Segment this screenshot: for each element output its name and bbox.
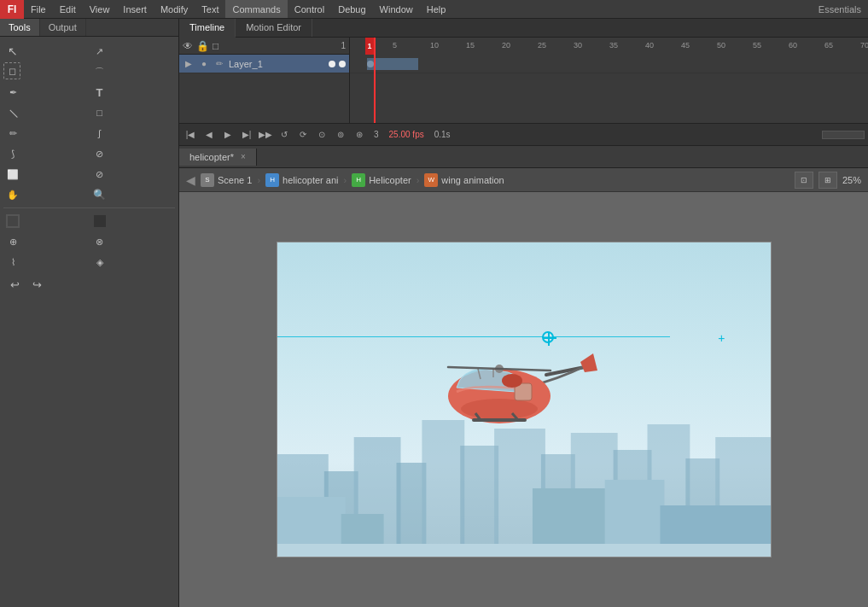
menu-window[interactable]: Window (373, 0, 420, 18)
timeline-layers: ▶ ● ✏ Layer_1 (179, 55, 868, 123)
app-logo: Fl (0, 0, 24, 19)
pencil-tool[interactable]: ✏ (3, 124, 22, 143)
helicopter-svg (414, 336, 602, 439)
canvas-area[interactable]: + (179, 192, 868, 607)
dist-tool[interactable]: ⊗ (90, 232, 109, 251)
onion-btn[interactable]: ⊙ (314, 127, 329, 143)
line-tool[interactable]: | (0, 99, 26, 125)
prev-keyframe[interactable]: ↩ (5, 275, 24, 294)
menu-view[interactable]: View (83, 0, 117, 18)
stage-header: helicopter* × (179, 146, 868, 168)
menu-help[interactable]: Help (420, 0, 453, 18)
brush-tool[interactable]: ∫ (90, 124, 109, 143)
tab-motion-editor[interactable]: Motion Editor (236, 19, 312, 37)
tab-tools[interactable]: Tools (0, 19, 40, 36)
next-keyframe[interactable]: ↪ (27, 275, 46, 294)
zoom-tool[interactable]: 🔍 (90, 185, 109, 204)
tab-output[interactable]: Output (40, 19, 86, 36)
right-content: Timeline Motion Editor 👁 🔒 □ 1 (179, 19, 868, 607)
breadcrumb-helicopter[interactable]: H Helicopter (352, 173, 411, 187)
eraser-tool[interactable]: ⬜ (3, 165, 22, 184)
motion-path (277, 336, 670, 337)
menu-text[interactable]: Text (195, 0, 225, 18)
hand-tool[interactable]: ✋ (3, 185, 22, 204)
heliani-icon: H (265, 173, 279, 187)
next-frame-btn[interactable]: ▶| (239, 127, 254, 143)
onion-outline-btn[interactable]: ⊛ (352, 127, 367, 143)
fill-swatch[interactable] (90, 212, 109, 231)
breadcrumb-wing[interactable]: W wing animation (424, 173, 504, 187)
layer-list: ▶ ● ✏ Layer_1 (179, 55, 350, 123)
loop-btn[interactable]: ↺ (277, 127, 292, 143)
fit-all-btn[interactable]: ⊞ (818, 172, 837, 189)
timeline-tabs: Timeline Motion Editor (179, 19, 868, 38)
layer-row-1[interactable]: ▶ ● ✏ Layer_1 (179, 55, 349, 73)
last-frame-btn[interactable]: ▶▶ (258, 127, 273, 143)
play-btn[interactable]: ▶ (220, 127, 236, 143)
shape-tool[interactable]: ◈ (90, 253, 109, 271)
sync-btn[interactable]: ⟳ (295, 127, 311, 143)
timeline-bottom: |◀ ◀ ▶ ▶| ▶▶ ↺ ⟳ ⊙ ⊚ ⊛ 3 25.00 fps 0.1s (179, 123, 868, 145)
paint-bucket-tool[interactable]: ⟆ (3, 144, 22, 163)
layer-dot-1 (329, 61, 335, 67)
eyedropper-tool[interactable]: ⊘ (90, 144, 109, 163)
menu-file[interactable]: File (24, 0, 53, 18)
bone-tool[interactable]: ⌇ (3, 253, 22, 271)
menu-bar: Fl File Edit View Insert Modify Text Com… (0, 0, 868, 19)
svg-point-26 (502, 374, 522, 388)
playhead-line (374, 55, 376, 123)
layer-vis-icon[interactable]: ● (198, 58, 210, 70)
onion-settings-btn[interactable]: ⊚ (333, 127, 348, 143)
menu-modify[interactable]: Modify (154, 0, 195, 18)
free-transform-tool[interactable]: ◻ (3, 62, 20, 79)
main-layout: Tools Output ↖ ↗ ◻ ⌒ ✒ T | □ ✏ ∫ ⟆ ⊘ ⬜ ⊘ (0, 19, 868, 607)
breadcrumb-sep-2: › (343, 175, 347, 185)
layer-dot-2 (339, 61, 346, 67)
timeline-ruler[interactable]: 1 5 10 15 20 25 30 35 40 45 50 (350, 38, 868, 55)
file-tab[interactable]: helicopter* × (179, 149, 257, 166)
rect-tool[interactable]: □ (90, 103, 109, 122)
breadcrumb-back[interactable]: ◀ (186, 173, 195, 187)
heliani-label: helicopter ani (283, 175, 338, 185)
timeline-area: Timeline Motion Editor 👁 🔒 □ 1 (179, 19, 868, 146)
tab-timeline[interactable]: Timeline (179, 19, 236, 38)
essentials-label: Essentials (818, 4, 868, 15)
select-tool[interactable]: ↖ (3, 42, 22, 61)
layer-frames[interactable] (350, 55, 868, 123)
first-frame-btn[interactable]: |◀ (183, 127, 198, 143)
timeline-controls-col: 👁 🔒 □ 1 (179, 38, 350, 54)
stroke-swatch[interactable] (3, 212, 22, 231)
file-tab-name: helicopter* (189, 152, 234, 162)
breadcrumb-heli-ani[interactable]: H helicopter ani (265, 173, 338, 187)
svg-rect-18 (277, 544, 771, 557)
menu-control[interactable]: Control (288, 0, 331, 18)
stage-canvas: + (277, 242, 772, 557)
rotor-indicator (542, 331, 554, 343)
layer-pencil-icon[interactable]: ✏ (213, 58, 225, 70)
layer-arrow: ▶ (183, 58, 195, 70)
fit-stage-btn[interactable]: ⊡ (795, 172, 813, 189)
prev-frame-btn[interactable]: ◀ (201, 127, 217, 143)
unknown-tool[interactable]: ⊘ (90, 165, 109, 184)
menu-insert[interactable]: Insert (116, 0, 154, 18)
snap-tool[interactable]: ⊕ (3, 232, 22, 251)
timeline-header: 👁 🔒 □ 1 1 5 (179, 38, 868, 55)
lasso-tool[interactable]: ⌒ (90, 62, 109, 81)
menu-debug[interactable]: Debug (331, 0, 372, 18)
file-tab-close[interactable]: × (241, 152, 246, 161)
breadcrumb-scene1[interactable]: S Scene 1 (201, 173, 252, 187)
menu-edit[interactable]: Edit (53, 0, 83, 18)
text-tool[interactable]: T (90, 83, 109, 102)
svg-point-21 (461, 399, 538, 419)
wing-label: wing animation (441, 175, 504, 185)
lock-icon: 🔒 (196, 40, 209, 52)
pen-tool[interactable]: ✒ (3, 83, 22, 102)
fps-display: 25.00 fps (386, 130, 428, 139)
eye-icon: 👁 (183, 40, 193, 52)
frame-num: 1 (341, 41, 346, 50)
menu-commands[interactable]: Commands (225, 0, 287, 18)
scene1-label: Scene 1 (218, 175, 252, 185)
heli-label: Helicopter (369, 175, 411, 185)
wing-icon: W (424, 173, 438, 187)
subselect-tool[interactable]: ↗ (90, 42, 109, 61)
